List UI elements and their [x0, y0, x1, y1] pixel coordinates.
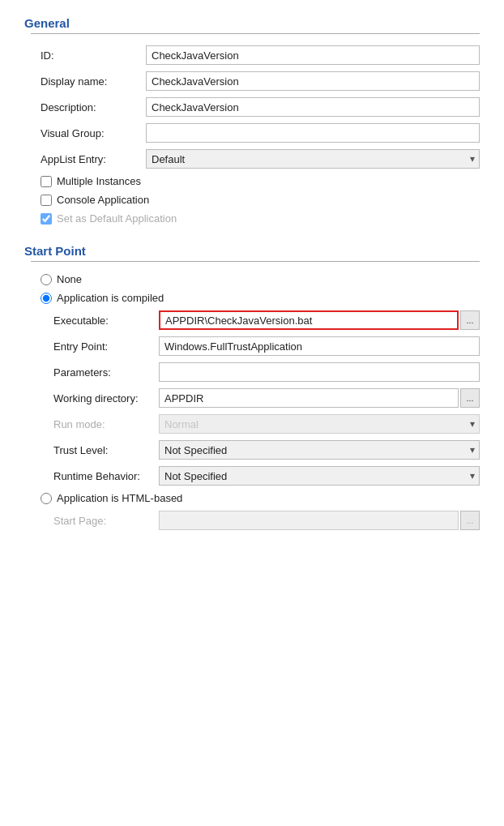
html-radio-row: Application is HTML-based [24, 492, 480, 504]
run-mode-select[interactable]: Normal Hidden Minimized Maximized [159, 414, 480, 434]
visual-group-input[interactable] [146, 123, 480, 143]
id-input[interactable] [146, 45, 480, 65]
run-mode-row: Run mode: Normal Hidden Minimized Maximi… [53, 414, 480, 434]
visual-group-label: Visual Group: [41, 127, 146, 139]
description-input[interactable] [146, 97, 480, 117]
none-label[interactable]: None [57, 273, 82, 285]
html-radio[interactable] [41, 493, 52, 504]
description-row: Description: [24, 97, 480, 117]
parameters-row: Parameters: [53, 362, 480, 382]
applist-entry-select[interactable]: Default None All [146, 149, 480, 169]
multiple-instances-checkbox[interactable] [41, 176, 52, 187]
compiled-label[interactable]: Application is compiled [57, 292, 164, 304]
executable-row: Executable: ... [53, 310, 480, 330]
start-page-label: Start Page: [53, 515, 159, 527]
general-divider [24, 33, 480, 34]
trust-level-row: Trust Level: Not Specified Full Trust Pa… [53, 440, 480, 460]
multiple-instances-row: Multiple Instances [24, 175, 480, 187]
start-point-section-title: Start Point [24, 244, 480, 258]
parameters-label: Parameters: [53, 366, 159, 379]
executable-input-group: ... [159, 310, 480, 330]
start-page-input-group: ... [159, 511, 480, 530]
multiple-instances-label[interactable]: Multiple Instances [57, 175, 141, 187]
display-name-label: Display name: [41, 75, 146, 88]
visual-group-row: Visual Group: [24, 123, 480, 143]
trust-level-select[interactable]: Not Specified Full Trust Partial Trust [159, 440, 480, 460]
description-label: Description: [41, 101, 146, 113]
compiled-radio-row: Application is compiled [24, 292, 480, 304]
console-application-label[interactable]: Console Application [57, 194, 149, 206]
set-default-checkbox[interactable] [41, 213, 52, 225]
console-application-checkbox[interactable] [41, 195, 52, 206]
display-name-row: Display name: [24, 71, 480, 91]
working-directory-row: Working directory: ... [53, 388, 480, 408]
set-default-label[interactable]: Set as Default Application [57, 212, 177, 225]
start-point-divider [24, 261, 480, 262]
html-label[interactable]: Application is HTML-based [57, 492, 182, 504]
run-mode-label: Run mode: [53, 418, 159, 430]
applist-entry-label: AppList Entry: [41, 153, 146, 165]
start-page-row: Start Page: ... [53, 511, 480, 530]
entry-point-label: Entry Point: [53, 340, 159, 353]
start-point-section: Start Point None Application is compiled… [24, 244, 480, 530]
applist-entry-row: AppList Entry: Default None All [24, 149, 480, 169]
working-dir-browse-dots: ... [466, 393, 473, 403]
compiled-fields: Executable: ... Entry Point: Parameters:… [24, 310, 480, 486]
runtime-behavior-select[interactable]: Not Specified Default Custom [159, 466, 480, 486]
start-page-browse-button[interactable]: ... [460, 511, 480, 530]
executable-browse-button[interactable]: ... [460, 310, 480, 330]
runtime-behavior-row: Runtime Behavior: Not Specified Default … [53, 466, 480, 486]
trust-level-select-wrapper: Not Specified Full Trust Partial Trust [159, 440, 480, 460]
none-radio[interactable] [41, 274, 52, 285]
applist-entry-select-wrapper: Default None All [146, 149, 480, 169]
id-row: ID: [24, 45, 480, 65]
general-section-title: General [24, 16, 480, 30]
general-section: General ID: Display name: Description: V… [24, 16, 480, 225]
set-default-row: Set as Default Application [24, 212, 480, 225]
parameters-input[interactable] [159, 362, 480, 382]
id-label: ID: [41, 49, 146, 62]
executable-label: Executable: [53, 315, 159, 327]
run-mode-select-wrapper: Normal Hidden Minimized Maximized [159, 414, 480, 434]
working-directory-label: Working directory: [53, 392, 159, 404]
none-radio-row: None [24, 273, 480, 285]
console-application-row: Console Application [24, 194, 480, 206]
working-directory-input-group: ... [159, 388, 480, 408]
runtime-behavior-label: Runtime Behavior: [53, 470, 159, 482]
compiled-radio[interactable] [41, 293, 52, 304]
entry-point-row: Entry Point: [53, 336, 480, 356]
start-page-browse-dots: ... [466, 516, 473, 525]
display-name-input[interactable] [146, 71, 480, 91]
start-page-input[interactable] [159, 511, 459, 530]
html-fields: Start Page: ... [24, 511, 480, 530]
browse-dots-label: ... [466, 315, 473, 325]
runtime-behavior-select-wrapper: Not Specified Default Custom [159, 466, 480, 486]
trust-level-label: Trust Level: [53, 444, 159, 456]
executable-input[interactable] [159, 310, 459, 330]
entry-point-input[interactable] [159, 336, 480, 356]
working-directory-input[interactable] [159, 388, 459, 408]
working-directory-browse-button[interactable]: ... [460, 388, 480, 408]
